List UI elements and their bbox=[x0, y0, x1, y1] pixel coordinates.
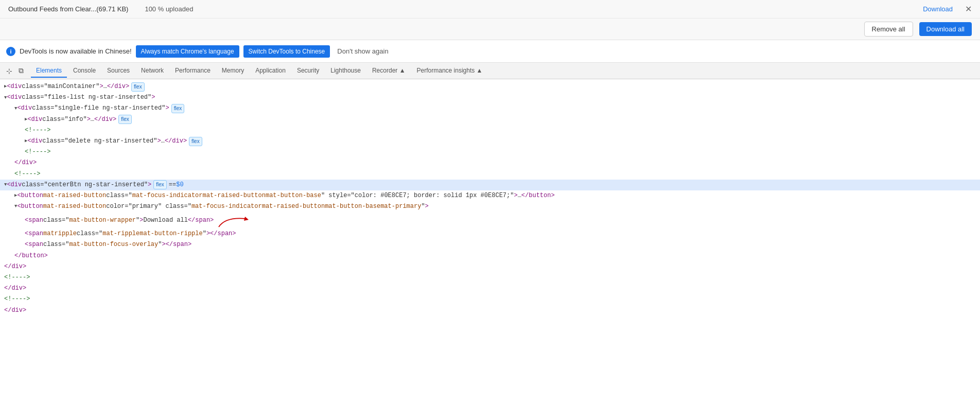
dom-line[interactable]: ▼ <div class="files-list ng-star-inserte… bbox=[0, 92, 980, 103]
always-match-button[interactable]: Always match Chrome's language bbox=[136, 45, 239, 58]
download-filename: Outbound Feeds from Clear...(69.71 KB) bbox=[8, 5, 128, 13]
download-top-row: Outbound Feeds from Clear...(69.71 KB) 1… bbox=[0, 0, 980, 19]
tab-recorder[interactable]: Recorder ▲ bbox=[367, 64, 411, 78]
dom-line[interactable]: ▶ <div class="mainContainer">…</div>flex bbox=[0, 81, 980, 92]
dom-line[interactable]: <!----> bbox=[0, 169, 980, 180]
cursor-icon[interactable]: ⊹ bbox=[4, 66, 14, 76]
dom-line[interactable]: <span class="mat-button-wrapper">Downloa… bbox=[0, 212, 980, 228]
tab-network[interactable]: Network bbox=[136, 64, 169, 78]
download-section: Outbound Feeds from Clear...(69.71 KB) 1… bbox=[0, 0, 980, 40]
remove-all-button[interactable]: Remove all bbox=[864, 22, 913, 37]
tab-lighthouse[interactable]: Lighthouse bbox=[325, 64, 366, 78]
switch-chinese-button[interactable]: Switch DevTools to Chinese bbox=[243, 45, 330, 58]
tab-elements[interactable]: Elements bbox=[31, 64, 67, 78]
device-icon[interactable]: ⧉ bbox=[16, 65, 26, 76]
tab-performance[interactable]: Performance bbox=[170, 64, 216, 78]
download-bottom-row: Remove all Download all bbox=[0, 19, 980, 40]
tab-console[interactable]: Console bbox=[68, 64, 101, 78]
svg-marker-0 bbox=[244, 217, 249, 221]
download-progress: 100 % uploaded bbox=[145, 5, 193, 13]
dom-line[interactable]: <!----> bbox=[0, 272, 980, 283]
dont-show-button[interactable]: Don't show again bbox=[334, 45, 391, 57]
tab-security[interactable]: Security bbox=[292, 64, 324, 78]
tab-memory[interactable]: Memory bbox=[217, 64, 249, 78]
dom-line[interactable]: ▼ <div class="single-file ng-star-insert… bbox=[0, 103, 980, 114]
info-message: DevTools is now available in Chinese! bbox=[20, 47, 132, 55]
dom-line[interactable]: ▶ <button mat-raised-button class="mat-f… bbox=[0, 190, 980, 201]
download-all-button[interactable]: Download all bbox=[919, 22, 972, 36]
tab-sources[interactable]: Sources bbox=[102, 64, 135, 78]
dom-line[interactable]: </div> bbox=[0, 157, 980, 168]
tab-performance-insights[interactable]: Performance insights ▲ bbox=[412, 64, 488, 78]
dom-line[interactable]: ▼ <button mat-raised-button color="prima… bbox=[0, 201, 980, 212]
tab-icon-group: ⊹ ⧉ bbox=[4, 65, 26, 76]
dom-line[interactable]: </button> bbox=[0, 251, 980, 261]
dom-line[interactable]: ▶ <div class="delete ng-star-inserted">…… bbox=[0, 136, 980, 147]
tab-application[interactable]: Application bbox=[250, 64, 291, 78]
download-link[interactable]: Download bbox=[923, 5, 953, 13]
dom-viewer: ▶ <div class="mainContainer">…</div>flex… bbox=[0, 79, 980, 399]
dom-line[interactable]: </div> bbox=[0, 283, 980, 294]
close-download-button[interactable]: ✕ bbox=[965, 4, 972, 14]
dom-line[interactable]: <span matripple class="mat-ripple mat-bu… bbox=[0, 228, 980, 239]
dom-line[interactable]: <!----> bbox=[0, 125, 980, 136]
dom-line[interactable]: </div> bbox=[0, 261, 980, 272]
info-bar: i DevTools is now available in Chinese! … bbox=[0, 40, 980, 63]
dom-line[interactable]: <span class="mat-button-focus-overlay"><… bbox=[0, 239, 980, 250]
download-actions-area: Download ✕ bbox=[923, 4, 972, 14]
dom-line[interactable]: ▼ <div class="centerBtn ng-star-inserted… bbox=[0, 180, 980, 190]
dom-line[interactable]: ▶ <div class="info">…</div>flex bbox=[0, 114, 980, 125]
dom-line[interactable]: </div> bbox=[0, 305, 980, 316]
devtools-tabs: ⊹ ⧉ Elements Console Sources Network Per… bbox=[0, 63, 980, 79]
dom-line[interactable]: <!----> bbox=[0, 147, 980, 157]
info-icon: i bbox=[6, 47, 15, 56]
dom-line[interactable]: <!----> bbox=[0, 294, 980, 305]
